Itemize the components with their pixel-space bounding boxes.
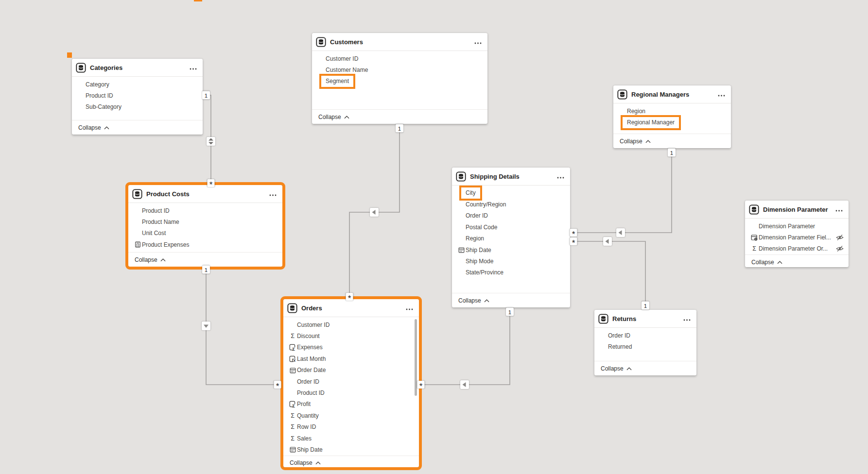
field-row[interactable]: Σ Sales bbox=[283, 433, 419, 444]
filter-direction-left-icon[interactable] bbox=[460, 380, 469, 389]
sigma-icon: Σ bbox=[288, 436, 297, 441]
table-title: Shipping Details bbox=[470, 173, 557, 180]
cardinality-one-marker[interactable]: 1 bbox=[202, 91, 210, 100]
collapse-button[interactable]: Collapse bbox=[613, 134, 731, 148]
field-row[interactable]: Σ Discount bbox=[283, 330, 419, 341]
table-card-categories[interactable]: Categories Category Product ID Sub-Categ… bbox=[72, 59, 203, 135]
cardinality-label: 1 bbox=[644, 303, 647, 308]
relationship-line[interactable] bbox=[420, 311, 510, 385]
cardinality-many-marker[interactable]: * bbox=[417, 381, 425, 389]
field-row[interactable]: Postal Code bbox=[452, 221, 570, 233]
field-row[interactable]: Order ID bbox=[283, 376, 419, 387]
filter-direction-both-icon[interactable] bbox=[207, 137, 215, 146]
fields-scrollbar[interactable] bbox=[415, 319, 417, 396]
field-row[interactable]: Order Date bbox=[283, 365, 419, 376]
field-list: Category Product ID Sub-Category bbox=[72, 77, 203, 120]
field-row[interactable]: Product ID bbox=[128, 205, 282, 216]
hidden-eye-icon[interactable] bbox=[836, 245, 844, 252]
field-row[interactable]: Customer ID bbox=[312, 53, 487, 64]
collapse-button[interactable]: Collapse bbox=[128, 252, 282, 267]
cardinality-many-marker[interactable]: * bbox=[570, 229, 577, 237]
hidden-eye-icon[interactable] bbox=[836, 234, 844, 241]
table-card-regional-managers[interactable]: Regional Managers Region Regional Manage… bbox=[613, 85, 731, 148]
collapse-button[interactable]: Collapse bbox=[312, 109, 487, 124]
sigma-icon: Σ bbox=[288, 413, 297, 419]
field-row[interactable]: Product Name bbox=[128, 216, 282, 227]
cardinality-many-marker[interactable]: * bbox=[274, 381, 281, 389]
field-row[interactable]: Unit Cost bbox=[128, 228, 282, 239]
field-row[interactable]: Σ Profit bbox=[283, 399, 419, 410]
table-card-customers[interactable]: Customers Customer ID Customer Name Segm… bbox=[312, 33, 487, 124]
field-row[interactable]: Product Expenses bbox=[128, 239, 282, 250]
field-row[interactable]: Σ Quantity bbox=[283, 410, 419, 421]
collapse-button[interactable]: Collapse bbox=[283, 456, 419, 470]
field-row[interactable]: Category bbox=[72, 79, 203, 90]
field-row[interactable]: Regional Manager bbox=[613, 117, 731, 128]
field-row[interactable]: Ship Date bbox=[283, 444, 419, 455]
cardinality-many-marker[interactable]: * bbox=[346, 293, 353, 301]
collapse-button[interactable]: Collapse bbox=[72, 120, 203, 135]
collapse-label: Collapse bbox=[78, 124, 101, 131]
more-options-icon[interactable] bbox=[269, 191, 277, 196]
field-name: Postal Code bbox=[466, 224, 497, 231]
model-view-canvas[interactable]: Categories Category Product ID Sub-Categ… bbox=[0, 0, 868, 474]
filter-direction-down-icon[interactable] bbox=[202, 322, 210, 330]
field-name-highlighted: Segment bbox=[319, 74, 355, 89]
field-row[interactable]: Customer ID bbox=[283, 319, 419, 330]
field-row[interactable]: City bbox=[452, 187, 570, 199]
field-name: Expenses bbox=[297, 344, 323, 351]
field-row[interactable]: Region bbox=[452, 233, 570, 244]
collapse-button[interactable]: Collapse bbox=[594, 361, 696, 375]
field-row[interactable]: Sub-Category bbox=[72, 102, 203, 113]
cardinality-one-marker[interactable]: 1 bbox=[202, 266, 210, 274]
filter-direction-left-icon[interactable] bbox=[616, 228, 625, 237]
field-row[interactable]: fx Last Month bbox=[283, 353, 419, 364]
field-row[interactable]: Product ID bbox=[72, 90, 203, 101]
field-row[interactable]: Σ Row ID bbox=[283, 422, 419, 433]
more-options-icon[interactable] bbox=[835, 207, 843, 212]
field-row[interactable]: State/Province bbox=[452, 267, 570, 278]
more-options-icon[interactable] bbox=[683, 316, 691, 321]
cardinality-one-marker[interactable]: 1 bbox=[668, 149, 676, 157]
calendar-icon bbox=[457, 247, 466, 253]
more-options-icon[interactable] bbox=[474, 39, 482, 44]
more-options-icon[interactable] bbox=[406, 305, 413, 310]
table-card-shipping-details[interactable]: Shipping Details City Country/Region Ord… bbox=[452, 168, 570, 307]
table-card-dimension-parameter[interactable]: Dimension Parameter Dimension Parameter … bbox=[745, 201, 849, 267]
more-options-icon[interactable] bbox=[190, 65, 197, 70]
relationship-line[interactable] bbox=[572, 241, 645, 308]
relationship-line[interactable] bbox=[572, 151, 672, 233]
field-name: Unit Cost bbox=[142, 230, 166, 237]
collapse-button[interactable]: Collapse bbox=[452, 293, 570, 307]
field-row[interactable]: Ship Date bbox=[452, 244, 570, 255]
table-card-product-costs[interactable]: Product Costs Product ID Product Name Un… bbox=[128, 185, 282, 267]
filter-direction-left-icon[interactable] bbox=[370, 208, 379, 217]
filter-direction-left-icon[interactable] bbox=[603, 237, 612, 246]
cardinality-many-marker[interactable]: * bbox=[570, 237, 577, 245]
relationship-line[interactable] bbox=[206, 270, 280, 385]
field-row[interactable]: Segment bbox=[312, 76, 487, 87]
field-name: Ship Date bbox=[466, 247, 491, 254]
table-card-returns[interactable]: Returns Order ID Returned Collapse bbox=[594, 310, 696, 375]
cardinality-one-marker[interactable]: 1 bbox=[506, 308, 514, 316]
measure-icon: Σ bbox=[288, 344, 297, 351]
field-row[interactable]: Dimension Parameter Fiel... bbox=[745, 232, 849, 243]
cardinality-one-marker[interactable]: 1 bbox=[396, 124, 403, 133]
field-row[interactable]: Ship Mode bbox=[452, 255, 570, 267]
more-options-icon[interactable] bbox=[557, 174, 564, 179]
field-row[interactable]: Product ID bbox=[283, 387, 419, 398]
table-card-orders[interactable]: Orders Customer ID Σ Discount Σ Expenses… bbox=[283, 299, 419, 467]
field-name: Category bbox=[86, 81, 109, 88]
more-options-icon[interactable] bbox=[718, 92, 725, 97]
collapse-button[interactable]: Collapse bbox=[745, 254, 849, 269]
cardinality-one-marker[interactable]: 1 bbox=[642, 302, 649, 310]
field-row[interactable]: Σ Dimension Parameter Or... bbox=[745, 243, 849, 254]
field-row[interactable]: Dimension Parameter bbox=[745, 220, 849, 232]
field-row[interactable]: Order ID bbox=[594, 330, 696, 341]
measure-fx-icon: fx bbox=[288, 356, 297, 362]
cardinality-label: * bbox=[419, 385, 423, 389]
field-row[interactable]: Σ Expenses bbox=[283, 342, 419, 353]
cardinality-many-marker[interactable]: * bbox=[208, 179, 215, 187]
field-row[interactable]: Returned bbox=[594, 341, 696, 352]
field-row[interactable]: Order ID bbox=[452, 210, 570, 221]
